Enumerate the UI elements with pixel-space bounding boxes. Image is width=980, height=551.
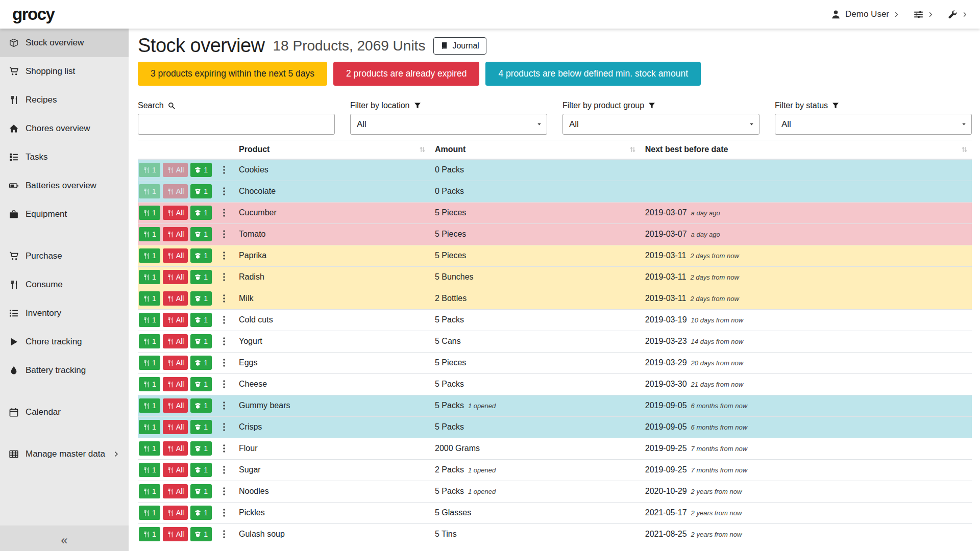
- row-menu-kebab-icon[interactable]: [219, 230, 229, 239]
- below-min-stock-alert-button[interactable]: 4 products are below defined min. stock …: [485, 62, 701, 86]
- consume-one-button[interactable]: 1: [139, 291, 160, 306]
- row-menu-kebab-icon[interactable]: [219, 422, 229, 432]
- open-one-button[interactable]: 1: [190, 484, 212, 498]
- consume-one-button[interactable]: 1: [139, 463, 160, 477]
- consume-all-button[interactable]: All: [163, 334, 188, 348]
- consume-one-button[interactable]: 1: [139, 163, 160, 177]
- journal-button[interactable]: Journal: [433, 37, 486, 55]
- consume-one-button[interactable]: 1: [139, 484, 160, 498]
- open-one-button[interactable]: 1: [190, 506, 212, 520]
- sidebar-item-consume[interactable]: Consume: [0, 270, 129, 299]
- column-header-next-best-before-date[interactable]: Next best before date: [640, 140, 972, 160]
- open-one-button[interactable]: 1: [190, 291, 212, 306]
- row-menu-kebab-icon[interactable]: [219, 444, 229, 453]
- row-menu-kebab-icon[interactable]: [219, 358, 229, 367]
- open-one-button[interactable]: 1: [190, 441, 212, 456]
- consume-one-button[interactable]: 1: [139, 206, 160, 220]
- sidebar-item-inventory[interactable]: Inventory: [0, 299, 129, 328]
- consume-one-button[interactable]: 1: [139, 248, 160, 263]
- location-filter-select[interactable]: All: [350, 114, 547, 135]
- row-menu-kebab-icon[interactable]: [219, 380, 229, 389]
- status-filter-select[interactable]: All: [775, 114, 972, 135]
- search-input[interactable]: [138, 114, 335, 135]
- consume-all-button[interactable]: All: [163, 206, 188, 220]
- row-menu-kebab-icon[interactable]: [219, 251, 229, 260]
- sidebar-item-tasks[interactable]: Tasks: [0, 143, 129, 171]
- column-header-amount[interactable]: Amount: [430, 140, 640, 160]
- consume-one-button[interactable]: 1: [139, 506, 160, 520]
- open-one-button[interactable]: 1: [190, 356, 212, 370]
- row-menu-kebab-icon[interactable]: [219, 272, 229, 282]
- sidebar-item-chores-overview[interactable]: Chores overview: [0, 114, 129, 143]
- row-menu-kebab-icon[interactable]: [219, 401, 229, 410]
- sidebar-item-batteries-overview[interactable]: Batteries overview: [0, 171, 129, 200]
- row-menu-kebab-icon[interactable]: [219, 508, 229, 517]
- row-menu-kebab-icon[interactable]: [219, 465, 229, 474]
- consume-one-button[interactable]: 1: [139, 313, 160, 327]
- row-menu-kebab-icon[interactable]: [219, 315, 229, 324]
- open-one-button[interactable]: 1: [190, 163, 212, 177]
- consume-all-button[interactable]: All: [163, 248, 188, 263]
- sidebar-item-battery-tracking[interactable]: Battery tracking: [0, 356, 129, 385]
- open-one-button[interactable]: 1: [190, 184, 212, 198]
- row-menu-kebab-icon[interactable]: [219, 294, 229, 303]
- consume-all-button[interactable]: All: [163, 420, 188, 434]
- sidebar-item-purchase[interactable]: Purchase: [0, 242, 129, 270]
- row-menu-kebab-icon[interactable]: [219, 530, 229, 539]
- open-one-button[interactable]: 1: [190, 206, 212, 220]
- open-one-button[interactable]: 1: [190, 334, 212, 348]
- consume-all-button[interactable]: All: [163, 184, 188, 198]
- expired-alert-button[interactable]: 2 products are already expired: [333, 62, 479, 86]
- consume-all-button[interactable]: All: [163, 313, 188, 327]
- sidebar-item-shopping-list[interactable]: Shopping list: [0, 57, 129, 86]
- column-header-product[interactable]: Product: [234, 140, 430, 160]
- sidebar-item-recipes[interactable]: Recipes: [0, 86, 129, 114]
- row-menu-kebab-icon[interactable]: [219, 487, 229, 496]
- consume-all-button[interactable]: All: [163, 163, 188, 177]
- row-menu-kebab-icon[interactable]: [219, 208, 229, 217]
- consume-one-button[interactable]: 1: [139, 184, 160, 198]
- expiring-soon-alert-button[interactable]: 3 products expiring within the next 5 da…: [138, 62, 327, 86]
- consume-one-button[interactable]: 1: [139, 398, 160, 413]
- sidebar-item-equipment[interactable]: Equipment: [0, 200, 129, 229]
- sidebar-item-chore-tracking[interactable]: Chore tracking: [0, 328, 129, 356]
- consume-all-button[interactable]: All: [163, 377, 188, 391]
- settings-menu[interactable]: [914, 10, 934, 19]
- product-group-filter-select[interactable]: All: [562, 114, 760, 135]
- open-one-button[interactable]: 1: [190, 313, 212, 327]
- consume-one-button[interactable]: 1: [139, 441, 160, 456]
- consume-all-button[interactable]: All: [163, 527, 188, 541]
- open-one-button[interactable]: 1: [190, 463, 212, 477]
- consume-one-button[interactable]: 1: [139, 334, 160, 348]
- consume-all-button[interactable]: All: [163, 270, 188, 284]
- row-menu-kebab-icon[interactable]: [219, 187, 229, 196]
- sidebar-item-manage-master-data[interactable]: Manage master data: [0, 440, 129, 468]
- consume-one-button[interactable]: 1: [139, 227, 160, 241]
- consume-one-button[interactable]: 1: [139, 356, 160, 370]
- consume-one-button[interactable]: 1: [139, 270, 160, 284]
- open-one-button[interactable]: 1: [190, 398, 212, 413]
- consume-all-button[interactable]: All: [163, 484, 188, 498]
- open-one-button[interactable]: 1: [190, 420, 212, 434]
- consume-one-button[interactable]: 1: [139, 420, 160, 434]
- consume-all-button[interactable]: All: [163, 463, 188, 477]
- consume-all-button[interactable]: All: [163, 506, 188, 520]
- app-logo[interactable]: grocy: [12, 5, 54, 24]
- consume-all-button[interactable]: All: [163, 356, 188, 370]
- consume-one-button[interactable]: 1: [139, 527, 160, 541]
- sidebar-item-calendar[interactable]: Calendar: [0, 398, 129, 427]
- consume-all-button[interactable]: All: [163, 441, 188, 456]
- open-one-button[interactable]: 1: [190, 270, 212, 284]
- admin-tools-menu[interactable]: [948, 10, 968, 19]
- consume-all-button[interactable]: All: [163, 291, 188, 306]
- open-one-button[interactable]: 1: [190, 227, 212, 241]
- open-one-button[interactable]: 1: [190, 377, 212, 391]
- sidebar-collapse-button[interactable]: «: [0, 525, 129, 551]
- open-one-button[interactable]: 1: [190, 527, 212, 541]
- consume-one-button[interactable]: 1: [139, 377, 160, 391]
- user-menu[interactable]: Demo User: [831, 9, 899, 19]
- consume-all-button[interactable]: All: [163, 227, 188, 241]
- open-one-button[interactable]: 1: [190, 248, 212, 263]
- consume-all-button[interactable]: All: [163, 398, 188, 413]
- row-menu-kebab-icon[interactable]: [219, 165, 229, 174]
